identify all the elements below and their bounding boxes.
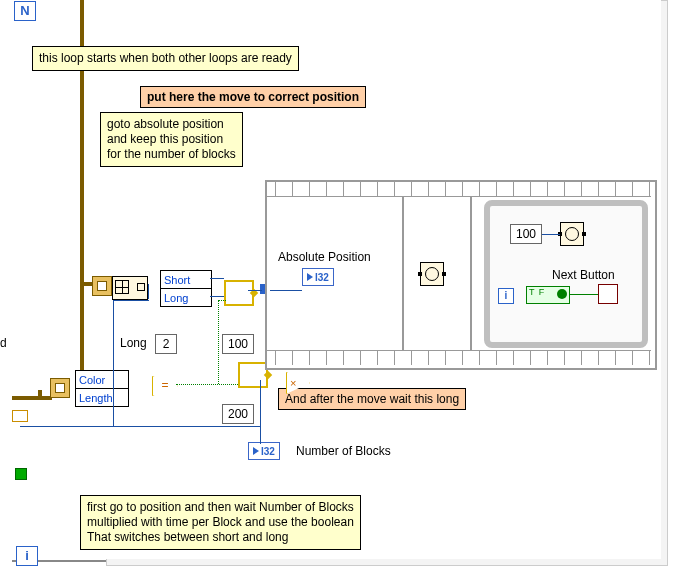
wire <box>210 296 224 297</box>
bool-wire <box>218 300 226 301</box>
inner-constant-100[interactable]: 100 <box>510 224 542 244</box>
loop-iteration-terminal[interactable]: i <box>16 546 38 566</box>
select-function-2[interactable] <box>238 362 268 388</box>
wire <box>270 290 302 291</box>
wire <box>113 300 114 426</box>
wire <box>542 234 560 235</box>
long-constant[interactable]: 2 <box>155 334 177 354</box>
absolute-position-indicator[interactable]: I32 <box>302 268 334 286</box>
unbundle-color-length[interactable]: Color Length <box>75 370 129 407</box>
wire <box>260 380 261 428</box>
comment-move-header: put here the move to correct position <box>140 86 366 108</box>
wire <box>148 284 149 299</box>
long-label: Long <box>120 336 147 350</box>
while-iteration-terminal[interactable]: i <box>498 288 514 304</box>
comment-loop-start: this loop starts when both other loops a… <box>32 46 299 71</box>
sequence-frame-2 <box>470 196 472 350</box>
unbundle-item-color[interactable]: Color <box>76 371 128 389</box>
cluster-wire-branch2 <box>12 396 52 400</box>
sequence-frame-1 <box>402 196 404 350</box>
cluster-terminal-2[interactable] <box>50 378 70 398</box>
number-of-blocks-indicator[interactable]: I32 <box>248 442 280 460</box>
boolean-tunnel <box>15 468 27 480</box>
loop-count-terminal[interactable]: N <box>14 1 36 21</box>
wire <box>210 278 224 279</box>
comment-goto: goto absolute position and keep this pos… <box>100 112 243 167</box>
truncated-label: d <box>0 336 7 350</box>
constant-200[interactable]: 200 <box>222 404 254 424</box>
unbundle-item-length[interactable]: Length <box>76 389 128 406</box>
index-array-function[interactable] <box>112 276 148 300</box>
select-function-1[interactable] <box>224 280 254 306</box>
number-of-blocks-label: Number of Blocks <box>296 444 391 458</box>
unbundle-short-long[interactable]: Short Long <box>160 270 212 307</box>
wire <box>113 300 149 301</box>
constant-100[interactable]: 100 <box>222 334 254 354</box>
wait-ms-function-2[interactable] <box>560 222 584 249</box>
stop-terminal[interactable] <box>598 284 618 304</box>
sprocket-strip-bottom <box>267 350 651 365</box>
shift-register[interactable] <box>12 410 28 422</box>
bool-wire <box>570 294 598 295</box>
comment-bottom: first go to position and then wait Numbe… <box>80 495 361 550</box>
unbundle-item-long[interactable]: Long <box>161 289 211 306</box>
next-button-label: Next Button <box>552 268 615 282</box>
next-button-boolean[interactable]: T F <box>526 286 570 307</box>
wire <box>248 290 262 291</box>
comment-after-wait: And after the move wait this long <box>278 388 466 410</box>
wire <box>260 426 261 444</box>
wire <box>20 426 260 427</box>
unbundle-item-short[interactable]: Short <box>161 271 211 289</box>
cluster-terminal[interactable] <box>92 276 112 296</box>
bool-wire <box>176 384 238 385</box>
absolute-position-label: Absolute Position <box>278 250 371 264</box>
wait-ms-function-1[interactable] <box>420 262 444 289</box>
sprocket-strip-top <box>267 182 651 197</box>
bool-wire <box>218 300 219 384</box>
